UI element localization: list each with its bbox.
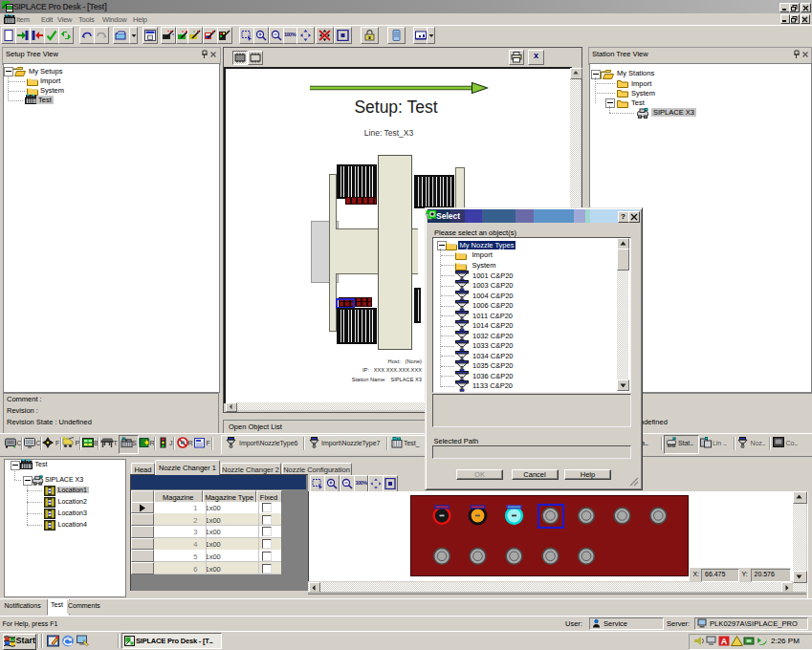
svg-text:A: A [721, 637, 728, 646]
